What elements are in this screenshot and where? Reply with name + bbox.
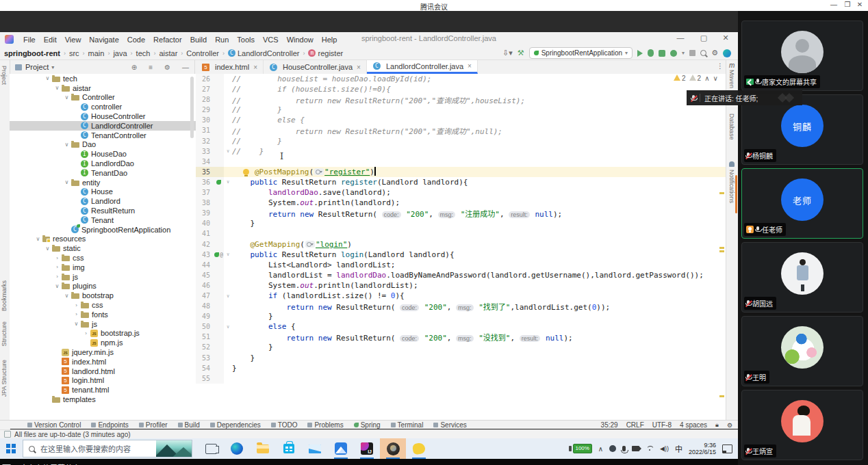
menu-code[interactable]: Code (123, 36, 149, 44)
debug-button[interactable] (648, 49, 654, 57)
tool-button-terminal[interactable]: Terminal (391, 421, 424, 429)
inspections-widget[interactable]: 2 2 ∧ ∨ (674, 75, 718, 82)
caret-position[interactable]: 35:29 (601, 421, 618, 429)
fold-marker-icon[interactable]: ∨ (224, 148, 232, 154)
breadcrumb-item[interactable]: Controller (186, 49, 219, 57)
run-configuration-select[interactable]: SpringbootRentApplication ▾ (529, 47, 633, 59)
taskbar-app-intellij-idea[interactable] (354, 438, 380, 459)
tool-button-database[interactable]: Database (728, 114, 735, 140)
tree-expand-arrow-icon[interactable]: ∨ (53, 85, 61, 91)
menu-edit[interactable]: Edit (40, 36, 61, 44)
breadcrumb-item[interactable]: tech (136, 49, 151, 57)
tray-camera-icon[interactable] (632, 446, 639, 451)
tree-row[interactable]: LandlordDao (10, 159, 196, 168)
taskbar-app-edge[interactable] (224, 438, 250, 459)
tool-button-structure[interactable]: Structure (1, 321, 8, 347)
tab-housecontroller-java[interactable]: HouseController.java× (264, 60, 367, 74)
tree-row[interactable]: ›css (10, 300, 196, 310)
tool-button-project[interactable]: Project (1, 66, 8, 85)
search-everywhere-icon[interactable] (700, 50, 706, 56)
close-tab-icon[interactable]: × (253, 64, 257, 71)
code-line[interactable]: 52 } (196, 342, 726, 352)
hide-panel-icon[interactable]: — (182, 64, 189, 71)
participant-tile[interactable]: 胡国远 (741, 242, 863, 313)
tree-collapse-arrow-icon[interactable]: › (53, 274, 61, 280)
code-line[interactable]: 34 (196, 157, 726, 167)
spring-bean-icon[interactable] (214, 252, 219, 257)
line-ending[interactable]: CRLF (626, 421, 644, 429)
code-editor[interactable]: 26// houseList = houseDao.loadById(id);2… (196, 74, 726, 420)
menu-view[interactable]: View (61, 36, 86, 44)
code-line[interactable]: 48 return new ResultReturn( code: "200",… (196, 301, 726, 311)
url-inlay-icon[interactable] (314, 168, 324, 175)
tree-row[interactable]: controller (10, 102, 196, 111)
menu-help[interactable]: Help (318, 36, 342, 44)
tree-row[interactable]: ∨entity (10, 178, 196, 187)
code-line[interactable]: 46 System.out.println(landlordList); (196, 280, 726, 291)
locate-file-icon[interactable]: ⊕ (131, 64, 137, 71)
chevron-down-icon[interactable]: ▾ (682, 50, 685, 56)
menu-file[interactable]: File (19, 36, 40, 44)
code-line[interactable]: 41 (196, 228, 726, 239)
tree-row[interactable]: ›js (10, 272, 196, 282)
tree-row[interactable]: Landlord (10, 196, 196, 206)
tool-button-services[interactable]: Services (433, 421, 466, 429)
spring-bean-icon[interactable] (216, 180, 221, 185)
breadcrumb-item[interactable]: aistar (159, 49, 177, 57)
ide-minimize-button[interactable]: — (674, 34, 687, 42)
taskbar-app-mail[interactable] (302, 438, 328, 459)
tree-row[interactable]: npm.js (10, 338, 196, 347)
breadcrumb-item[interactable]: src (69, 49, 79, 57)
lock-icon[interactable]: 🔒︎ (715, 421, 719, 429)
code-line[interactable]: 53 } (196, 353, 726, 363)
code-line[interactable]: 45 landlordList = landlordDao.loadByName… (196, 270, 726, 280)
breadcrumb-item[interactable]: LandlordController (238, 49, 300, 57)
code-line[interactable]: 36∨ public ResultReturn register(Landlor… (196, 177, 726, 187)
tree-row[interactable]: SpringbootRentApplication (10, 225, 196, 235)
tree-expand-arrow-icon[interactable]: ∨ (34, 236, 42, 242)
tree-expand-arrow-icon[interactable]: ∨ (63, 94, 71, 101)
tree-row[interactable]: ∨Dao (10, 140, 196, 150)
tree-row[interactable]: TenantController (10, 131, 196, 140)
update-project-icon[interactable]: ⇩▾ (502, 49, 513, 57)
participant-tile[interactable]: 王明 (741, 316, 863, 386)
tree-row[interactable]: login.html (10, 376, 196, 386)
project-panel-header[interactable]: Project ▾ ⊕ ≡ ⚙ — (10, 60, 195, 74)
tool-button-build[interactable]: Build (178, 421, 200, 429)
tree-row[interactable]: Tenant (10, 215, 196, 225)
tree-row[interactable]: jquery.min.js (10, 347, 196, 357)
code-line[interactable]: 33∨// } (196, 146, 726, 157)
menu-window[interactable]: Window (283, 36, 318, 44)
code-line[interactable]: 28// return new ResultReturn("200","查询成功… (196, 94, 726, 105)
tree-row[interactable]: HouseController (10, 111, 196, 121)
code-line[interactable]: 47∨ if (landlordList.size() != 0){ (196, 291, 726, 301)
tree-expand-arrow-icon[interactable]: ∨ (63, 142, 71, 148)
breadcrumb-item[interactable]: main (88, 49, 105, 57)
fold-marker-icon[interactable]: ∨ (224, 293, 232, 299)
tree-expand-arrow-icon[interactable]: ∨ (63, 179, 71, 185)
chevron-down-icon[interactable]: ▾ (51, 64, 54, 70)
menu-run[interactable]: Run (211, 36, 233, 44)
file-encoding[interactable]: UTF-8 (652, 421, 672, 429)
tree-row[interactable]: ∨js (10, 319, 196, 329)
code-line[interactable]: 39 return new ResultReturn( code: "200",… (196, 208, 726, 218)
tree-row[interactable]: HouseDao (10, 149, 196, 159)
tree-expand-arrow-icon[interactable]: ∨ (44, 245, 51, 252)
menu-vcs[interactable]: VCS (259, 36, 283, 44)
tree-row[interactable]: LandlordController (10, 121, 196, 131)
tree-row[interactable]: ∨bootstrap (10, 291, 196, 300)
tool-button-maven[interactable]: Maven (728, 70, 735, 88)
build-hammer-icon[interactable]: ⚒ (518, 49, 524, 57)
code-line[interactable]: 31// return new ResultReturn("200","查询成功… (196, 125, 726, 135)
code-line[interactable]: 51 return new ResultReturn( code: "200",… (196, 332, 726, 342)
code-line[interactable]: 38 System.out.println(landlord); (196, 198, 726, 208)
tree-row[interactable]: TenantDao (10, 168, 196, 178)
taskbar-app-cloud-docs[interactable] (328, 438, 354, 459)
code-line[interactable]: 30// else { (196, 115, 726, 125)
tree-scrollbar[interactable] (190, 77, 194, 138)
code-line[interactable]: 26// houseList = houseDao.loadById(id); (196, 74, 726, 84)
ide-update-icon[interactable] (723, 49, 731, 57)
action-center-icon[interactable] (722, 444, 732, 453)
taskbar-app-store[interactable] (276, 438, 302, 459)
tray-app-icon[interactable] (609, 445, 616, 452)
